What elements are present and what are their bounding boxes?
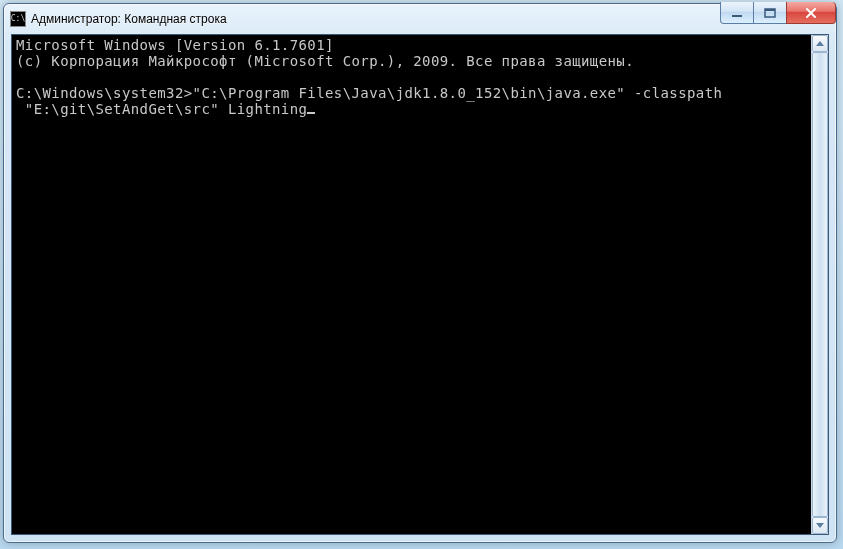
cmd-icon: C:\ bbox=[10, 11, 26, 27]
vertical-scrollbar[interactable] bbox=[811, 35, 828, 534]
terminal-line-text: "E:\git\SetAndGet\src" Lightning bbox=[16, 101, 307, 117]
svg-rect-2 bbox=[765, 9, 775, 11]
chevron-down-icon bbox=[816, 523, 824, 528]
minimize-icon bbox=[731, 8, 743, 18]
text-cursor bbox=[307, 102, 315, 114]
titlebar[interactable]: C:\ Администратор: Командная строка bbox=[4, 4, 836, 34]
terminal-line: Microsoft Windows [Version 6.1.7601] bbox=[16, 37, 811, 53]
terminal-blank-line bbox=[16, 69, 811, 85]
maximize-button[interactable] bbox=[753, 2, 787, 24]
scroll-up-button[interactable] bbox=[812, 35, 828, 52]
terminal-line: "E:\git\SetAndGet\src" Lightning bbox=[16, 101, 811, 117]
minimize-button[interactable] bbox=[720, 2, 754, 24]
terminal-line: C:\Windows\system32>"C:\Program Files\Ja… bbox=[16, 85, 811, 101]
cmd-window: C:\ Администратор: Командная строка Micr… bbox=[3, 3, 837, 543]
client-area: Microsoft Windows [Version 6.1.7601] (c)… bbox=[11, 34, 829, 535]
window-title: Администратор: Командная строка bbox=[31, 12, 834, 26]
maximize-icon bbox=[764, 8, 776, 18]
scrollbar-track[interactable] bbox=[812, 52, 828, 517]
chevron-up-icon bbox=[816, 41, 824, 46]
close-icon bbox=[804, 7, 818, 19]
close-button[interactable] bbox=[786, 2, 836, 24]
desktop-background: C:\ Администратор: Командная строка Micr… bbox=[0, 0, 843, 549]
scrollbar-thumb[interactable] bbox=[812, 52, 828, 517]
window-controls bbox=[721, 2, 836, 24]
terminal-line: (c) Корпорация Майкрософт (Microsoft Cor… bbox=[16, 53, 811, 69]
terminal-output[interactable]: Microsoft Windows [Version 6.1.7601] (c)… bbox=[12, 35, 811, 534]
scroll-down-button[interactable] bbox=[812, 517, 828, 534]
svg-rect-0 bbox=[732, 15, 742, 17]
